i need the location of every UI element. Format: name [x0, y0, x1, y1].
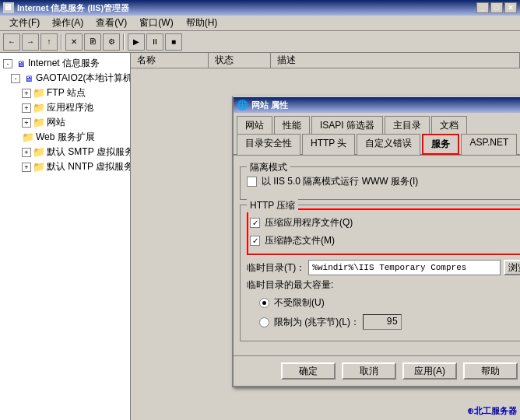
tree-item-ftp[interactable]: + 📁 FTP 站点: [0, 86, 130, 100]
tabs-row2: 目录安全性 HTTP 头 自定义错误 服务 ASP.NET: [234, 134, 520, 156]
dialog-title: 网站 属性: [251, 100, 288, 111]
content-area: - 🖥 Internet 信息服务 - 🖥 GAOTAIO2(本地计算机 + 📁…: [0, 53, 520, 420]
radio-limit[interactable]: [259, 317, 269, 327]
toolbar-pause[interactable]: ⏸: [146, 33, 163, 51]
minimize-button[interactable]: _: [476, 2, 489, 13]
menu-bar: 文件(F) 操作(A) 查看(V) 窗口(W) 帮助(H): [0, 16, 520, 31]
compression-checkboxes-highlight: 压缩应用程序文件(Q) 压缩静态文件(M): [247, 208, 520, 255]
radio-unlimited-row: 不受限制(U): [247, 296, 520, 310]
dialog-overlay: 🌐 网站 属性 ? ✕ 网站 性能 ISAPI 筛选器 主目录 文档: [131, 53, 520, 420]
toolbar-stop2[interactable]: ■: [165, 33, 182, 51]
watermark: ⊕北工服务器: [467, 405, 517, 417]
max-capacity-row: 临时目录的最大容量:: [247, 278, 520, 292]
expand-icon[interactable]: -: [11, 74, 20, 83]
expand-icon[interactable]: +: [22, 103, 31, 113]
menu-view[interactable]: 查看(V): [90, 15, 133, 31]
menu-window[interactable]: 窗口(W): [133, 15, 179, 31]
expand-icon[interactable]: +: [22, 118, 31, 128]
radio-unlimited[interactable]: [259, 298, 269, 308]
isolation-checkbox-row: 以 IIS 5.0 隔离模式运行 WWW 服务(I): [247, 175, 520, 188]
dialog-footer: 确定 取消 应用(A) 帮助: [234, 355, 520, 386]
limit-value-input[interactable]: [363, 314, 402, 330]
folder-icon: 📁: [33, 87, 45, 100]
toolbar-start[interactable]: ▶: [128, 33, 145, 51]
compress-static-checkbox[interactable]: [250, 236, 260, 246]
radio-limit-row: 限制为 (兆字节)(L)：: [247, 314, 520, 330]
tree-item-root[interactable]: - 🖥 Internet 信息服务: [0, 56, 130, 71]
maximize-button[interactable]: □: [490, 2, 503, 13]
toolbar: ← → ↑ ✕ 🖹 ⚙ ▶ ⏸ ■: [0, 31, 520, 53]
expand-icon[interactable]: -: [3, 59, 12, 68]
isolation-group: 隔离模式 以 IIS 5.0 隔离模式运行 WWW 服务(I): [240, 166, 520, 200]
tree-item-apppool[interactable]: + 📁 应用程序池: [0, 100, 130, 115]
compress-app-checkbox[interactable]: [250, 218, 260, 228]
folder-icon: 📁: [33, 117, 45, 129]
server-icon: 🖥: [22, 72, 34, 85]
temp-dir-input[interactable]: [308, 260, 501, 275]
close-button[interactable]: ✕: [504, 2, 517, 13]
toolbar-up[interactable]: ↑: [40, 33, 58, 51]
tab-docs[interactable]: 文档: [431, 116, 467, 135]
browse-button[interactable]: 浏览(B)...: [504, 260, 520, 275]
radio-unlimited-label: 不受限制(U): [274, 296, 325, 310]
folder-icon: 📁: [22, 131, 34, 144]
apply-button[interactable]: 应用(A): [402, 362, 457, 380]
cancel-button[interactable]: 取消: [342, 362, 396, 380]
toolbar-stop[interactable]: ✕: [65, 33, 83, 51]
isolation-label: 以 IIS 5.0 隔离模式运行 WWW 服务(I): [262, 175, 418, 188]
tree-item-smtp[interactable]: + 📁 默认 SMTP 虚拟服务: [0, 145, 130, 159]
compress-app-row: 压缩应用程序文件(Q): [250, 216, 520, 229]
folder-icon: 📁: [33, 146, 45, 159]
folder-icon: 📁: [33, 161, 45, 173]
help-button[interactable]: 帮助: [463, 362, 518, 380]
tabs-row1: 网站 性能 ISAPI 筛选器 主目录 文档: [234, 113, 520, 134]
isolation-checkbox[interactable]: [247, 177, 257, 187]
compress-app-label: 压缩应用程序文件(Q): [265, 216, 353, 229]
temp-dir-label: 临时目录(T)：: [247, 261, 305, 275]
tab-http-headers[interactable]: HTTP 头: [302, 134, 355, 155]
radio-limit-label: 限制为 (兆字节)(L)：: [274, 316, 360, 329]
compress-static-row: 压缩静态文件(M): [250, 234, 520, 247]
max-capacity-label: 临时目录的最大容量:: [247, 278, 333, 292]
tree-item-website[interactable]: + 📁 网站: [0, 115, 130, 130]
tab-isapi[interactable]: ISAPI 筛选器: [311, 116, 383, 135]
ok-button[interactable]: 确定: [281, 362, 336, 380]
server-icon: 🖥: [14, 58, 26, 70]
dialog-body: 隔离模式 以 IIS 5.0 隔离模式运行 WWW 服务(I) HTTP 压缩: [234, 156, 520, 352]
expand-icon[interactable]: +: [22, 148, 31, 157]
tab-performance[interactable]: 性能: [274, 116, 310, 135]
window-title: Internet 信息服务 (IIS)管理器: [17, 2, 129, 14]
menu-file[interactable]: 文件(F): [3, 15, 46, 31]
toolbar-properties[interactable]: ⚙: [103, 33, 120, 51]
toolbar-sep2: [123, 34, 125, 50]
title-bar: 🖥 Internet 信息服务 (IIS)管理器 _ □ ✕: [0, 0, 520, 16]
tab-home-dir[interactable]: 主目录: [385, 116, 430, 135]
tree-item-nntp[interactable]: + 📁 默认 NNTP 虚拟服务: [0, 159, 130, 174]
properties-dialog: 🌐 网站 属性 ? ✕ 网站 性能 ISAPI 筛选器 主目录 文档: [232, 96, 520, 387]
temp-dir-row: 临时目录(T)： 浏览(B)...: [247, 260, 520, 275]
main-window: 🖥 Internet 信息服务 (IIS)管理器 _ □ ✕ 文件(F) 操作(…: [0, 0, 520, 420]
tree-item-webext[interactable]: 📁 Web 服务扩展: [0, 130, 130, 145]
tab-service[interactable]: 服务: [422, 134, 459, 155]
isolation-group-title: 隔离模式: [247, 161, 290, 174]
right-panel: 名称 状态 描述 🌐 网站 属性 ? ✕: [131, 53, 520, 420]
menu-action[interactable]: 操作(A): [46, 15, 90, 31]
toolbar-sep1: [61, 34, 62, 50]
app-icon: 🖥: [3, 2, 14, 13]
toolbar-new[interactable]: 🖹: [84, 33, 101, 51]
toolbar-back[interactable]: ←: [3, 33, 20, 51]
toolbar-forward[interactable]: →: [22, 33, 39, 51]
expand-icon[interactable]: +: [22, 163, 31, 172]
dialog-title-bar: 🌐 网站 属性 ? ✕: [234, 97, 520, 113]
tree-panel: - 🖥 Internet 信息服务 - 🖥 GAOTAIO2(本地计算机 + 📁…: [0, 53, 131, 420]
menu-help[interactable]: 帮助(H): [180, 15, 224, 31]
dialog-icon: 🌐: [237, 100, 248, 110]
http-compression-title: HTTP 压缩: [247, 199, 298, 212]
tab-custom-errors[interactable]: 自定义错误: [357, 134, 420, 155]
tab-website[interactable]: 网站: [237, 116, 272, 135]
tab-dir-security[interactable]: 目录安全性: [237, 134, 300, 155]
expand-icon[interactable]: +: [22, 89, 31, 98]
tree-item-server[interactable]: - 🖥 GAOTAIO2(本地计算机: [0, 71, 130, 86]
tab-aspnet[interactable]: ASP.NET: [461, 134, 517, 155]
compress-static-label: 压缩静态文件(M): [265, 234, 335, 247]
